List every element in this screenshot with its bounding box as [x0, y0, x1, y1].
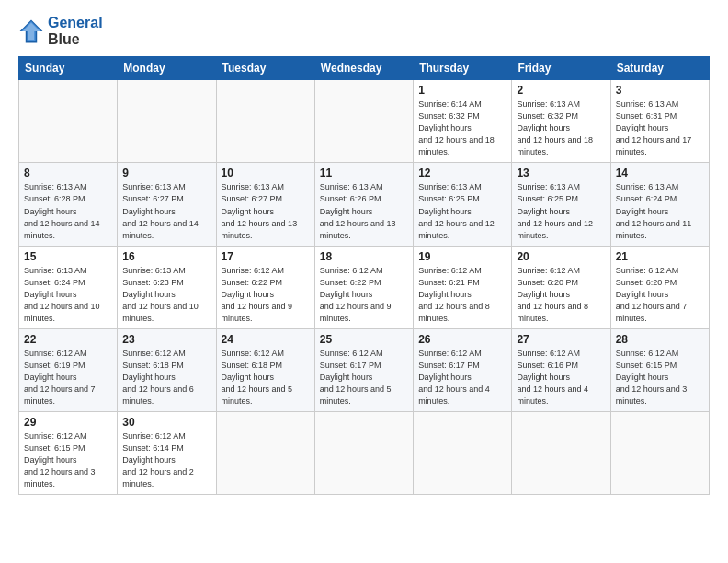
day-number: 23 — [122, 333, 210, 346]
day-number: 10 — [222, 167, 310, 179]
day-number: 26 — [418, 333, 506, 346]
calendar-cell: 11Sunrise: 6:13 AMSunset: 6:26 PMDayligh… — [314, 163, 413, 246]
calendar-cell — [216, 412, 314, 495]
logo-icon — [18, 18, 44, 44]
day-number: 13 — [517, 167, 605, 179]
day-number: 25 — [320, 333, 408, 346]
cell-text: Sunrise: 6:13 AMSunset: 6:24 PMDaylight … — [616, 182, 692, 239]
day-number: 1 — [418, 84, 506, 97]
day-number: 21 — [616, 250, 704, 263]
logo: General Blue — [18, 15, 103, 47]
day-number: 3 — [616, 84, 704, 97]
calendar-cell: 18Sunrise: 6:12 AMSunset: 6:22 PMDayligh… — [314, 246, 413, 328]
cell-text: Sunrise: 6:13 AMSunset: 6:32 PMDaylight … — [517, 99, 593, 156]
calendar-cell: 9Sunrise: 6:13 AMSunset: 6:27 PMDaylight… — [118, 163, 216, 246]
calendar-body: 1Sunrise: 6:14 AMSunset: 6:32 PMDaylight… — [19, 80, 710, 495]
calendar-week-4: 22Sunrise: 6:12 AMSunset: 6:19 PMDayligh… — [19, 328, 710, 411]
calendar-cell: 17Sunrise: 6:12 AMSunset: 6:22 PMDayligh… — [216, 246, 314, 328]
cell-text: Sunrise: 6:13 AMSunset: 6:28 PMDaylight … — [24, 182, 100, 239]
day-header-wednesday: Wednesday — [314, 57, 413, 80]
calendar-cell: 25Sunrise: 6:12 AMSunset: 6:17 PMDayligh… — [314, 328, 413, 411]
cell-text: Sunrise: 6:12 AMSunset: 6:20 PMDaylight … — [616, 266, 688, 323]
cell-text: Sunrise: 6:13 AMSunset: 6:31 PMDaylight … — [616, 99, 692, 156]
calendar-week-2: 8Sunrise: 6:13 AMSunset: 6:28 PMDaylight… — [19, 163, 710, 246]
calendar-cell — [512, 412, 610, 495]
calendar-cell: 3Sunrise: 6:13 AMSunset: 6:31 PMDaylight… — [610, 80, 709, 163]
calendar-cell: 12Sunrise: 6:13 AMSunset: 6:25 PMDayligh… — [414, 163, 512, 246]
cell-text: Sunrise: 6:12 AMSunset: 6:14 PMDaylight … — [122, 431, 194, 488]
cell-text: Sunrise: 6:12 AMSunset: 6:17 PMDaylight … — [320, 349, 392, 406]
day-header-thursday: Thursday — [414, 57, 512, 80]
day-number: 8 — [24, 167, 112, 179]
day-number: 9 — [122, 167, 210, 179]
day-number: 15 — [24, 250, 112, 263]
day-number: 22 — [24, 333, 112, 346]
day-header-friday: Friday — [512, 57, 610, 80]
calendar-cell: 28Sunrise: 6:12 AMSunset: 6:15 PMDayligh… — [610, 328, 709, 411]
cell-text: Sunrise: 6:12 AMSunset: 6:18 PMDaylight … — [122, 349, 194, 406]
cell-text: Sunrise: 6:13 AMSunset: 6:27 PMDaylight … — [122, 182, 199, 239]
cell-text: Sunrise: 6:12 AMSunset: 6:15 PMDaylight … — [24, 431, 96, 488]
cell-text: Sunrise: 6:12 AMSunset: 6:20 PMDaylight … — [517, 266, 588, 323]
cell-text: Sunrise: 6:13 AMSunset: 6:25 PMDaylight … — [517, 182, 593, 239]
calendar-cell: 14Sunrise: 6:13 AMSunset: 6:24 PMDayligh… — [610, 163, 709, 246]
day-number: 20 — [517, 250, 605, 263]
calendar-header-row: SundayMondayTuesdayWednesdayThursdayFrid… — [19, 57, 710, 80]
day-header-tuesday: Tuesday — [216, 57, 314, 80]
cell-text: Sunrise: 6:13 AMSunset: 6:25 PMDaylight … — [418, 182, 495, 239]
day-number: 19 — [418, 250, 506, 263]
cell-text: Sunrise: 6:13 AMSunset: 6:27 PMDaylight … — [222, 182, 298, 239]
day-number: 11 — [320, 167, 408, 179]
cell-text: Sunrise: 6:12 AMSunset: 6:17 PMDaylight … — [418, 349, 490, 406]
calendar-cell: 8Sunrise: 6:13 AMSunset: 6:28 PMDaylight… — [19, 163, 118, 246]
calendar-cell: 16Sunrise: 6:13 AMSunset: 6:23 PMDayligh… — [118, 246, 216, 328]
calendar-cell: 2Sunrise: 6:13 AMSunset: 6:32 PMDaylight… — [512, 80, 610, 163]
cell-text: Sunrise: 6:13 AMSunset: 6:24 PMDaylight … — [24, 266, 100, 323]
calendar-cell: 10Sunrise: 6:13 AMSunset: 6:27 PMDayligh… — [216, 163, 314, 246]
cell-text: Sunrise: 6:12 AMSunset: 6:22 PMDaylight … — [222, 266, 293, 323]
cell-text: Sunrise: 6:12 AMSunset: 6:21 PMDaylight … — [418, 266, 490, 323]
calendar-cell — [19, 80, 118, 163]
cell-text: Sunrise: 6:12 AMSunset: 6:22 PMDaylight … — [320, 266, 392, 323]
calendar-cell: 20Sunrise: 6:12 AMSunset: 6:20 PMDayligh… — [512, 246, 610, 328]
calendar-cell: 24Sunrise: 6:12 AMSunset: 6:18 PMDayligh… — [216, 328, 314, 411]
calendar-cell — [414, 412, 512, 495]
calendar-cell: 13Sunrise: 6:13 AMSunset: 6:25 PMDayligh… — [512, 163, 610, 246]
calendar-cell — [610, 412, 709, 495]
calendar-cell — [216, 80, 314, 163]
day-number: 18 — [320, 250, 408, 263]
calendar-cell: 23Sunrise: 6:12 AMSunset: 6:18 PMDayligh… — [118, 328, 216, 411]
cell-text: Sunrise: 6:12 AMSunset: 6:15 PMDaylight … — [616, 349, 688, 406]
calendar-cell: 21Sunrise: 6:12 AMSunset: 6:20 PMDayligh… — [610, 246, 709, 328]
cell-text: Sunrise: 6:12 AMSunset: 6:18 PMDaylight … — [222, 349, 293, 406]
day-number: 24 — [222, 333, 310, 346]
logo-text: General Blue — [48, 15, 103, 47]
cell-text: Sunrise: 6:14 AMSunset: 6:32 PMDaylight … — [418, 99, 495, 156]
day-header-monday: Monday — [118, 57, 216, 80]
calendar-cell: 26Sunrise: 6:12 AMSunset: 6:17 PMDayligh… — [414, 328, 512, 411]
calendar-week-5: 29Sunrise: 6:12 AMSunset: 6:15 PMDayligh… — [19, 412, 710, 495]
calendar-table: SundayMondayTuesdayWednesdayThursdayFrid… — [18, 56, 710, 495]
day-header-sunday: Sunday — [19, 57, 118, 80]
calendar-week-1: 1Sunrise: 6:14 AMSunset: 6:32 PMDaylight… — [19, 80, 710, 163]
day-number: 2 — [517, 84, 605, 97]
cell-text: Sunrise: 6:13 AMSunset: 6:23 PMDaylight … — [122, 266, 199, 323]
day-number: 17 — [222, 250, 310, 263]
calendar-cell — [314, 80, 413, 163]
svg-marker-2 — [23, 22, 40, 40]
calendar-cell: 27Sunrise: 6:12 AMSunset: 6:16 PMDayligh… — [512, 328, 610, 411]
day-number: 29 — [24, 416, 112, 429]
day-number: 28 — [616, 333, 704, 346]
calendar-cell: 29Sunrise: 6:12 AMSunset: 6:15 PMDayligh… — [19, 412, 118, 495]
calendar-cell: 22Sunrise: 6:12 AMSunset: 6:19 PMDayligh… — [19, 328, 118, 411]
calendar-cell: 30Sunrise: 6:12 AMSunset: 6:14 PMDayligh… — [118, 412, 216, 495]
calendar-cell — [314, 412, 413, 495]
cell-text: Sunrise: 6:13 AMSunset: 6:26 PMDaylight … — [320, 182, 396, 239]
cell-text: Sunrise: 6:12 AMSunset: 6:19 PMDaylight … — [24, 349, 96, 406]
calendar-week-3: 15Sunrise: 6:13 AMSunset: 6:24 PMDayligh… — [19, 246, 710, 328]
day-header-saturday: Saturday — [610, 57, 709, 80]
day-number: 27 — [517, 333, 605, 346]
main-container: General Blue SundayMondayTuesdayWednesda… — [0, 0, 728, 506]
header: General Blue — [18, 15, 710, 47]
day-number: 12 — [418, 167, 506, 179]
